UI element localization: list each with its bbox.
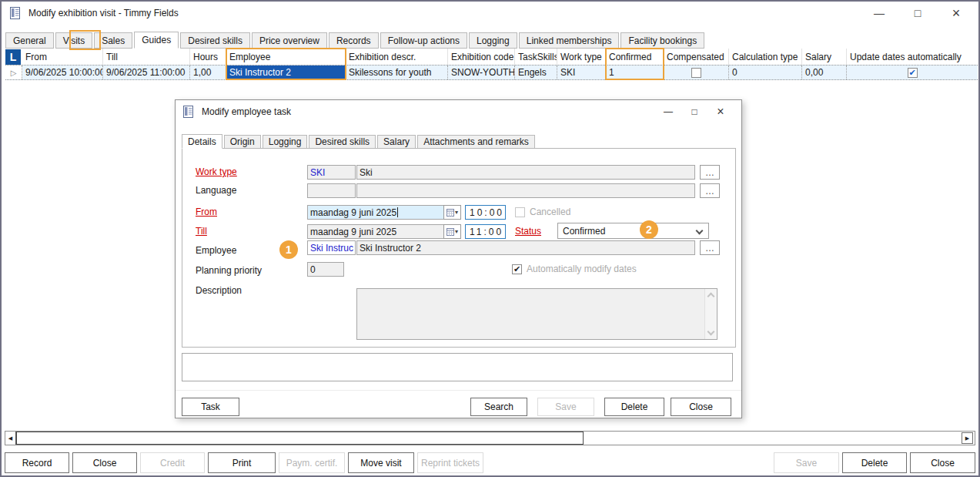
cell-hours[interactable]: 1,00 <box>190 66 226 79</box>
tab-details[interactable]: Details <box>182 134 222 149</box>
auto-modify-dates-checkbox[interactable]: ✔ <box>512 264 522 274</box>
from-date-picker-button[interactable]: ▾ <box>443 205 461 220</box>
save-visit-button[interactable]: Save <box>774 452 839 473</box>
col-header-exhibition-descr[interactable]: Exhibition descr. <box>346 49 448 65</box>
close-button[interactable]: Close <box>671 398 731 416</box>
description-scrollbar[interactable] <box>704 289 717 339</box>
scroll-down-icon[interactable] <box>707 328 715 336</box>
close-icon[interactable]: × <box>937 2 975 25</box>
description-textarea[interactable] <box>356 288 717 340</box>
close-window-button[interactable]: Close <box>910 452 975 473</box>
tab-logging-dialog[interactable]: Logging <box>263 135 308 149</box>
maximize-icon[interactable]: □ <box>681 100 707 123</box>
cell-employee[interactable]: Ski Instructor 2 <box>226 66 346 79</box>
tab-visits[interactable]: Visits <box>55 32 92 49</box>
cell-work-type[interactable]: SKI <box>557 66 606 79</box>
main-titlebar[interactable]: Modify exhibition visit - Timmy Fields <box>2 2 978 25</box>
col-header-salary[interactable]: Salary <box>802 49 847 65</box>
tab-price-overview[interactable]: Price overview <box>252 32 327 49</box>
scroll-right-icon[interactable]: ▶ <box>962 432 973 444</box>
employee-lookup-button[interactable]: … <box>700 240 720 255</box>
cell-calculation-type[interactable]: 0 <box>729 66 802 79</box>
modify-employee-task-dialog: Modify employee task — □ × Details Origi… <box>175 99 742 418</box>
language-lookup-button[interactable]: … <box>700 183 720 198</box>
employee-name-field[interactable]: Ski Instructor 2 <box>356 240 695 255</box>
col-header-update-dates[interactable]: Update dates automatically <box>847 49 978 65</box>
scrollbar-thumb[interactable] <box>16 432 584 445</box>
footer-spacer <box>487 452 771 473</box>
col-header-exhibition-code[interactable]: Exhibition code▲ <box>448 49 515 65</box>
delete-button[interactable]: Delete <box>604 398 664 416</box>
col-header-work-type[interactable]: Work type <box>557 49 606 65</box>
tab-linked-memberships[interactable]: Linked memberships <box>519 32 620 49</box>
work-type-code-field[interactable]: SKI <box>307 165 356 180</box>
tab-guides[interactable]: Guides <box>134 32 179 49</box>
cell-from[interactable]: 9/06/2025 10:00:00 <box>22 66 103 79</box>
col-header-taskskills[interactable]: TaskSkills <box>515 49 557 65</box>
tab-sales[interactable]: Sales <box>94 32 132 49</box>
till-date-field[interactable]: maandag 9 juni 2025 <box>307 224 444 239</box>
col-header-from[interactable]: From <box>22 49 103 65</box>
update-dates-checkbox[interactable]: ✔ <box>908 68 918 78</box>
tab-general[interactable]: General <box>5 32 54 49</box>
till-date-picker-button[interactable]: ▾ <box>443 224 461 239</box>
work-type-name-field[interactable]: Ski <box>356 165 695 180</box>
cell-exhibition-code[interactable]: SNOW-YOUTH <box>448 66 515 79</box>
from-label: From <box>196 207 217 217</box>
close-icon[interactable]: × <box>707 100 734 123</box>
from-date-field[interactable]: maandag 9 juni 2025 <box>307 205 444 220</box>
tab-desired-skills-dialog[interactable]: Desired skills <box>309 135 376 149</box>
col-header-confirmed[interactable]: Confirmed <box>606 49 664 65</box>
tab-facility-bookings[interactable]: Facility bookings <box>620 32 704 49</box>
cell-till[interactable]: 9/06/2025 11:00:00 <box>103 66 190 79</box>
horizontal-scrollbar[interactable]: ◀ ▶ <box>5 431 975 445</box>
from-time-field[interactable]: 10:00 <box>465 205 506 220</box>
work-type-lookup-button[interactable]: … <box>700 165 720 180</box>
tab-logging[interactable]: Logging <box>469 32 517 49</box>
grid-corner[interactable]: L <box>5 49 22 65</box>
tab-records[interactable]: Records <box>329 32 379 49</box>
col-header-calculation-type[interactable]: Calculation type <box>729 49 802 65</box>
cell-exhibition-descr[interactable]: Skilessons for youth <box>346 66 448 79</box>
minimize-icon[interactable]: — <box>655 100 681 123</box>
cell-salary[interactable]: 0,00 <box>802 66 847 79</box>
compensated-checkbox[interactable] <box>691 68 701 78</box>
till-time-field[interactable]: 11:00 <box>465 224 506 239</box>
row-selector-icon[interactable]: ▷ <box>5 66 22 79</box>
tab-salary-dialog[interactable]: Salary <box>377 135 416 149</box>
reprint-tickets-button[interactable]: Reprint tickets <box>417 452 483 473</box>
tab-attachments-remarks[interactable]: Attachments and remarks <box>417 135 535 149</box>
record-button[interactable]: Record <box>5 452 69 473</box>
move-visit-button[interactable]: Move visit <box>348 452 414 473</box>
language-code-field[interactable] <box>307 183 356 198</box>
employee-code-field[interactable]: Ski Instruc <box>307 240 356 255</box>
minimize-icon[interactable]: — <box>860 2 898 25</box>
scroll-up-icon[interactable] <box>707 293 715 301</box>
dialog-titlebar[interactable]: Modify employee task — □ × <box>176 100 741 123</box>
maximize-icon[interactable]: □ <box>898 2 937 25</box>
cell-confirmed[interactable]: 1 <box>606 66 664 79</box>
cancelled-checkbox[interactable] <box>515 207 525 217</box>
print-button[interactable]: Print <box>208 452 276 473</box>
layout-button[interactable]: L <box>5 49 21 65</box>
scroll-left-icon[interactable]: ◀ <box>5 432 16 445</box>
credit-button[interactable]: Credit <box>140 452 205 473</box>
tab-desired-skills[interactable]: Desired skills <box>180 32 250 49</box>
cell-taskskills[interactable]: Engels <box>515 66 557 79</box>
search-button[interactable]: Search <box>470 398 527 416</box>
delete-visit-button[interactable]: Delete <box>842 452 907 473</box>
status-dropdown[interactable]: Confirmed <box>557 223 709 239</box>
close-visit-button[interactable]: Close <box>72 452 137 473</box>
language-name-field[interactable] <box>356 183 695 198</box>
col-header-compensated[interactable]: Compensated <box>664 49 729 65</box>
col-header-hours[interactable]: Hours <box>190 49 226 65</box>
tab-origin[interactable]: Origin <box>224 135 261 149</box>
col-header-employee[interactable]: Employee <box>226 49 346 65</box>
save-button[interactable]: Save <box>537 398 594 416</box>
tab-follow-up-actions[interactable]: Follow-up actions <box>380 32 467 49</box>
planning-priority-field[interactable]: 0 <box>307 262 344 277</box>
paym-certif-button[interactable]: Paym. certif. <box>279 452 345 473</box>
task-button[interactable]: Task <box>182 398 239 416</box>
col-header-till[interactable]: Till <box>103 49 190 65</box>
table-row[interactable]: ▷ 9/06/2025 10:00:00 9/06/2025 11:00:00 … <box>5 65 978 80</box>
